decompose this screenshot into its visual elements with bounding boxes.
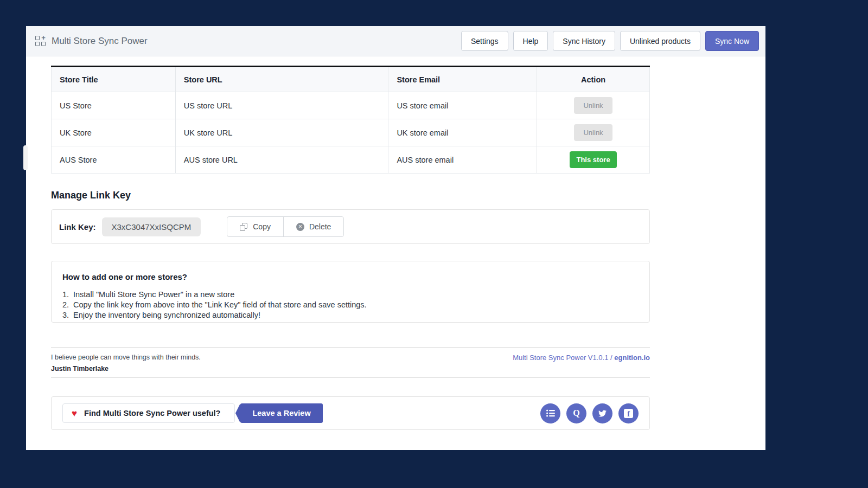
link-key-label: Link Key: xyxy=(59,222,96,232)
unlink-button[interactable]: Unlink xyxy=(574,124,612,141)
sync-history-button[interactable]: Sync History xyxy=(553,31,615,51)
unlinked-products-button[interactable]: Unlinked products xyxy=(620,31,700,51)
unlink-button[interactable]: Unlink xyxy=(574,97,612,114)
col-store-title: Store Title xyxy=(52,67,176,92)
main-content: Store Title Store URL Store Email Action… xyxy=(51,66,650,430)
top-bar: + Multi Store Sync Power Settings Help S… xyxy=(26,26,765,56)
twitter-icon xyxy=(598,409,607,418)
app-window: + Multi Store Sync Power Settings Help S… xyxy=(26,26,765,450)
help-button[interactable]: Help xyxy=(513,31,548,51)
howto-card: How to add one or more stores? 1. Instal… xyxy=(51,261,650,323)
app-grid-plus-icon: + xyxy=(35,36,46,46)
store-title-cell: UK Store xyxy=(52,119,176,146)
delete-button[interactable]: ✕ Delete xyxy=(283,217,343,236)
version-line: Multi Store Sync Power V1.0.1 / egnition… xyxy=(513,354,650,377)
quora-button[interactable]: Q xyxy=(566,403,586,423)
review-prompt: ♥ Find Multi Store Sync Power useful? Le… xyxy=(62,403,323,423)
list-icon xyxy=(546,409,555,417)
heart-icon: ♥ xyxy=(72,409,77,418)
social-links: Q f xyxy=(540,403,639,423)
twitter-button[interactable] xyxy=(592,403,612,423)
page-title: Multi Store Sync Power xyxy=(52,36,148,47)
copy-icon xyxy=(240,223,248,231)
howto-step: 1. Install "Multi Store Sync Power" in a… xyxy=(62,290,639,300)
quote-block: I believe people can move things with th… xyxy=(51,354,201,377)
link-key-card: Link Key: X3xC3047XxISQCPM Copy ✕ Delete xyxy=(51,209,650,244)
howto-heading: How to add one or more stores? xyxy=(62,272,639,281)
table-row: UK Store UK store URL UK store email Unl… xyxy=(52,119,650,146)
howto-step: 3. Enjoy the inventory being synchronize… xyxy=(62,310,639,320)
delete-label: Delete xyxy=(309,222,331,231)
store-email-cell: UK store email xyxy=(388,119,537,146)
sync-now-button[interactable]: Sync Now xyxy=(705,31,759,51)
x-circle-icon: ✕ xyxy=(296,223,304,231)
edge-sliver xyxy=(23,145,28,170)
facebook-icon: f xyxy=(624,409,633,418)
table-row: US Store US store URL US store email Unl… xyxy=(52,92,650,119)
divider xyxy=(51,377,650,378)
settings-button[interactable]: Settings xyxy=(461,31,508,51)
store-title-cell: AUS Store xyxy=(52,146,176,174)
store-email-cell: AUS store email xyxy=(388,146,537,174)
quote-author: Justin Timberlake xyxy=(51,365,201,373)
stores-table: Store Title Store URL Store Email Action… xyxy=(51,66,650,174)
store-title-cell: US Store xyxy=(52,92,176,119)
col-store-url: Store URL xyxy=(175,67,388,92)
col-store-email: Store Email xyxy=(388,67,537,92)
quora-icon: Q xyxy=(573,408,579,418)
leave-review-button[interactable]: Leave a Review xyxy=(240,403,322,423)
store-url-cell: AUS store URL xyxy=(175,146,388,174)
howto-steps: 1. Install "Multi Store Sync Power" in a… xyxy=(62,290,639,320)
col-action: Action xyxy=(537,67,650,92)
quote-text: I believe people can move things with th… xyxy=(51,354,201,361)
plus-glyph: + xyxy=(41,36,46,40)
egnition-link[interactable]: egnition.io xyxy=(614,354,650,362)
store-url-cell: UK store URL xyxy=(175,119,388,146)
manage-link-key-heading: Manage Link Key xyxy=(51,190,650,201)
link-key-value: X3xC3047XxISQCPM xyxy=(102,217,201,236)
header-actions: Settings Help Sync History Unlinked prod… xyxy=(461,31,759,51)
table-row: AUS Store AUS store URL AUS store email … xyxy=(52,146,650,174)
review-question-box: ♥ Find Multi Store Sync Power useful? xyxy=(62,403,235,423)
this-store-badge: This store xyxy=(570,151,616,168)
copy-button[interactable]: Copy xyxy=(227,217,283,236)
facebook-button[interactable]: f xyxy=(618,403,639,423)
list-link-button[interactable] xyxy=(540,403,560,423)
review-card: ♥ Find Multi Store Sync Power useful? Le… xyxy=(51,396,650,430)
review-question: Find Multi Store Sync Power useful? xyxy=(84,409,220,418)
store-url-cell: US store URL xyxy=(175,92,388,119)
copy-label: Copy xyxy=(253,222,271,231)
table-header-row: Store Title Store URL Store Email Action xyxy=(52,67,650,92)
link-key-actions: Copy ✕ Delete xyxy=(227,216,344,237)
footer-row: I believe people can move things with th… xyxy=(51,348,650,377)
store-email-cell: US store email xyxy=(388,92,537,119)
howto-step: 2. Copy the link key from above into the… xyxy=(62,300,639,310)
version-label: Multi Store Sync Power V1.0.1 xyxy=(513,354,608,362)
